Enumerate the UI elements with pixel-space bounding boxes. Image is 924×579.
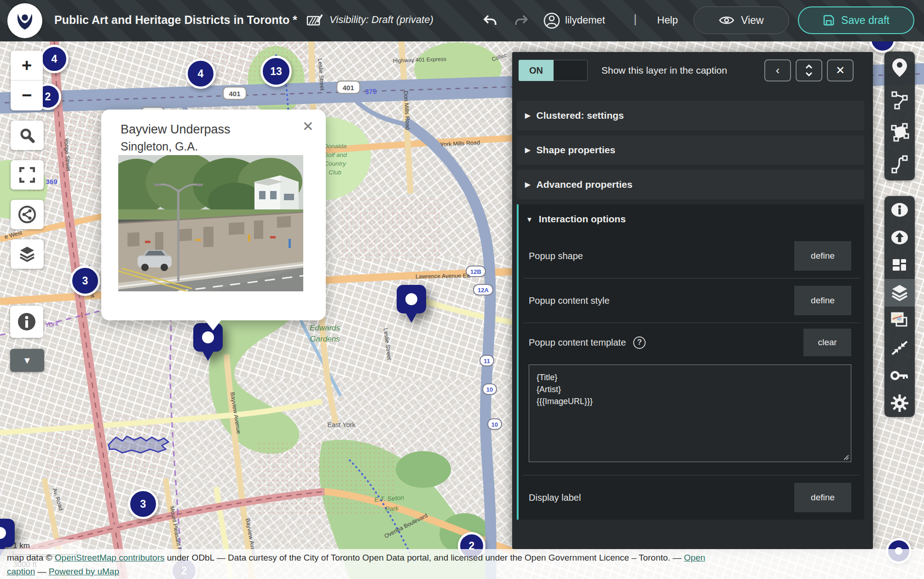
cluster-marker[interactable]: 13 — [260, 56, 292, 87]
save-draft-button[interactable]: Save draft — [798, 6, 914, 34]
cluster-marker[interactable]: 4 — [185, 58, 216, 89]
display-label-row: Display label define — [519, 475, 864, 520]
edit-map-icon[interactable] — [306, 13, 324, 29]
popup-photo — [118, 155, 303, 291]
popup-template-clear-button[interactable]: clear — [803, 329, 851, 356]
layers-button[interactable] — [11, 239, 44, 269]
about-button[interactable] — [10, 306, 43, 338]
map-label: 375 — [365, 87, 377, 96]
marker-icon — [890, 58, 909, 78]
junction-badge: 11 — [480, 355, 494, 366]
attribution-bar: map data © OpenStreetMap contributors un… — [0, 549, 924, 579]
section-interaction-options[interactable]: ▼ Interaction options — [519, 204, 864, 234]
panel-back-button[interactable]: ‹ — [764, 59, 791, 81]
undo-icon[interactable] — [482, 13, 498, 29]
section-label: Clustered: settings — [537, 110, 624, 121]
field-label: Popup content style — [529, 295, 610, 306]
popup-close-icon[interactable]: ✕ — [302, 120, 314, 133]
draw-marker-button[interactable] — [884, 52, 915, 84]
feature-popup: ✕ Bayview Underpass Singleton, G.A. — [101, 110, 326, 320]
permissions-button[interactable] — [884, 362, 915, 389]
info-oval-icon — [890, 202, 909, 218]
section-advanced-properties[interactable]: ▶ Advanced properties — [517, 170, 864, 199]
osm-contributors-link[interactable]: OpenStreetMap contributors — [55, 553, 165, 562]
section-label: Interaction options — [539, 214, 626, 225]
share-button[interactable] — [11, 200, 44, 229]
svg-text:11: 11 — [484, 358, 490, 365]
collapse-controls-button[interactable]: ▼ — [10, 349, 44, 372]
cluster-marker[interactable]: 3 — [70, 266, 100, 296]
cluster-marker[interactable]: 4 — [40, 45, 69, 73]
cluster-marker[interactable]: 3 — [128, 489, 158, 519]
settings-button[interactable] — [884, 389, 915, 417]
map-label: 369 — [46, 178, 57, 185]
polyline-icon — [890, 90, 909, 110]
draw-curve-button[interactable] — [884, 148, 915, 180]
username[interactable]: lilydemet — [565, 14, 605, 26]
zoom-out-button[interactable]: − — [11, 81, 43, 110]
show-layer-toggle[interactable]: ON — [519, 60, 588, 81]
view-button[interactable]: View — [693, 6, 789, 34]
map-label: Gardens — [310, 335, 340, 343]
section-label: Advanced properties — [537, 179, 633, 190]
search-icon — [19, 127, 35, 143]
view-label: View — [741, 14, 763, 27]
redo-icon[interactable] — [514, 13, 529, 29]
open-caption-link[interactable]: Open — [684, 553, 705, 562]
popup-content-style-define-button[interactable]: define — [794, 286, 851, 315]
user-icon[interactable] — [543, 12, 560, 29]
umap-logo[interactable] — [7, 3, 42, 38]
draw-polygon-button[interactable] — [884, 116, 915, 148]
layers-icon — [18, 245, 36, 263]
center-map-button[interactable] — [884, 334, 915, 362]
map-settings-layout-button[interactable] — [884, 251, 915, 279]
junction-badge: 10 — [483, 384, 497, 394]
zoom-in-button[interactable]: + — [11, 51, 43, 81]
umap-editor: 401401401 12B12A111010 Highway 401 Expre… — [0, 0, 924, 579]
section-clustered-settings[interactable]: ▶ Clustered: settings — [517, 101, 864, 130]
draw-polyline-button[interactable] — [884, 84, 915, 116]
resize-grip-icon[interactable] — [842, 453, 849, 461]
junction-badge: 12A — [474, 284, 493, 295]
popup-content-style-row: Popup content style define — [519, 278, 864, 323]
map-title[interactable]: Public Art and Heritage Districts in Tor… — [54, 13, 297, 27]
map-label: Lawrence Avenue Ea — [416, 272, 470, 280]
highway-shield: 401 — [223, 87, 246, 99]
map-info-button[interactable] — [884, 196, 915, 224]
curve-icon — [890, 155, 909, 174]
collapsed-arrow-icon: ▶ — [525, 111, 531, 120]
fullscreen-button[interactable] — [11, 160, 44, 190]
open-caption-link[interactable]: caption — [7, 567, 35, 576]
svg-text:401: 401 — [229, 90, 240, 98]
help-link[interactable]: Help — [657, 14, 678, 26]
panel-header-label: Show this layer in the caption — [601, 65, 764, 76]
import-data-button[interactable] — [884, 224, 915, 251]
popup-shape-row: Popup shape define — [519, 234, 864, 278]
help-icon[interactable]: ? — [633, 336, 646, 349]
svg-text:10: 10 — [486, 386, 493, 393]
panel-expand-button[interactable] — [796, 59, 822, 81]
attribution-line-1: map data © OpenStreetMap contributors un… — [7, 551, 924, 565]
svg-text:10: 10 — [491, 421, 498, 428]
shrink-arrows-icon — [890, 339, 909, 357]
change-tilelayer-button[interactable] — [884, 307, 915, 334]
panel-close-button[interactable]: ✕ — [827, 59, 854, 81]
popup-shape-define-button[interactable]: define — [794, 241, 851, 271]
layer-edit-panel: ON Show this layer in the caption ‹ ✕ ▶ … — [512, 52, 873, 549]
draw-toolbar — [884, 52, 915, 180]
layers-stack-icon — [890, 284, 909, 301]
search-button[interactable] — [11, 121, 44, 150]
visibility-status[interactable]: Visibility: Draft (private) — [329, 14, 433, 26]
powered-by-umap-link[interactable]: Powered by uMap — [49, 567, 119, 576]
section-shape-properties[interactable]: ▶ Shape properties — [517, 135, 864, 165]
display-label-define-button[interactable]: define — [794, 483, 851, 512]
popup-title: Bayview Underpass — [121, 122, 231, 137]
save-icon — [823, 14, 835, 26]
manage-layers-button[interactable] — [884, 279, 915, 307]
popup-content-template-input[interactable]: {Title} {Artist} {{{ImageURL}}} — [529, 365, 851, 462]
map-label: Park — [385, 504, 399, 513]
upload-icon — [890, 230, 909, 245]
attribution-line-2: caption — Powered by uMap — [7, 565, 924, 579]
eye-icon — [719, 15, 734, 25]
map-pin-marker[interactable] — [394, 282, 433, 330]
